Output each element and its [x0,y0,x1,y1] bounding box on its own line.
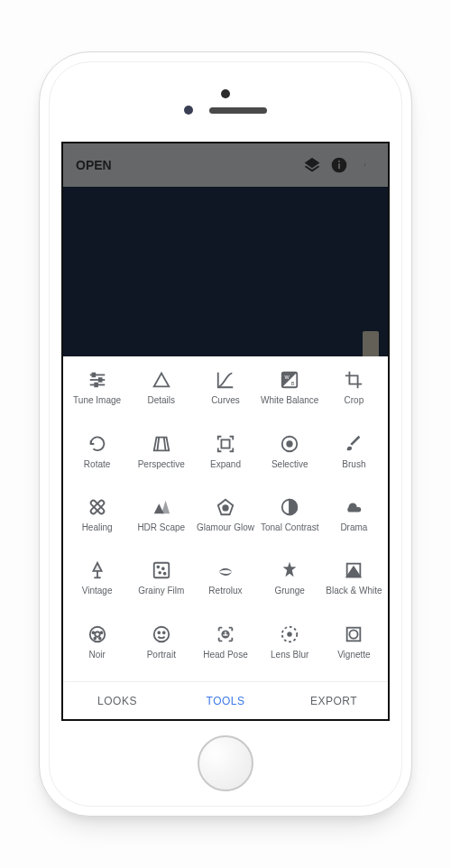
tab-export[interactable]: EXPORT [280,695,388,707]
tool-bw[interactable]: Black & White [322,552,386,615]
svg-rect-11 [95,383,97,387]
tool-hdr[interactable]: HDR Scape [129,489,193,552]
tool-label: Vignette [337,650,371,671]
grunge-icon [280,560,299,580]
svg-marker-12 [154,374,170,387]
tool-label: White Balance [261,395,318,417]
svg-rect-2 [338,161,340,162]
layers-icon[interactable] [303,156,321,174]
svg-line-18 [157,437,159,450]
healing-icon [87,497,107,517]
tool-healing[interactable]: Healing [65,489,129,552]
tool-label: Black & White [326,586,382,607]
svg-marker-26 [161,501,170,514]
rotate-icon [87,434,107,454]
tool-headpose[interactable]: Head Pose [193,616,257,679]
device-screen: OPEN Tune ImageDetailsCurvesWBWhite Bala… [61,142,390,721]
tool-glow[interactable]: Glamour Glow [193,489,257,552]
photo-canvas[interactable] [63,187,388,356]
tune-icon [87,370,107,390]
tool-portrait[interactable]: Portrait [129,616,193,679]
svg-point-48 [224,633,225,633]
retrolux-icon [216,560,235,580]
tool-label: Vintage [82,586,113,607]
expand-icon [216,434,235,454]
svg-marker-17 [154,437,170,450]
svg-point-4 [364,164,365,165]
tool-label: Details [148,395,176,417]
tonal-icon [280,497,299,517]
info-icon[interactable] [330,156,348,174]
tool-label: Glamour Glow [197,522,254,544]
svg-rect-9 [92,374,95,377]
tools-grid: Tune ImageDetailsCurvesWBWhite BalanceCr… [63,356,388,681]
tool-label: Noir [88,650,105,671]
tool-curves[interactable]: Curves [193,362,257,425]
svg-marker-37 [347,568,361,577]
svg-point-32 [157,567,159,568]
svg-point-35 [164,573,166,575]
tool-brush[interactable]: Brush [322,425,386,488]
earpiece-speaker [209,107,267,114]
tool-noir[interactable]: Noir [65,616,129,679]
svg-point-43 [98,637,100,639]
phone-inner: OPEN Tune ImageDetailsCurvesWBWhite Bala… [49,61,402,807]
tool-grainy[interactable]: Grainy Film [129,552,193,615]
tool-details[interactable]: Details [129,362,193,425]
tool-tune[interactable]: Tune Image [65,362,129,425]
svg-point-46 [163,632,165,633]
svg-point-45 [158,632,160,633]
open-button[interactable]: OPEN [76,158,112,172]
tool-grunge[interactable]: Grunge [258,552,322,615]
svg-point-40 [92,632,94,633]
tool-label: Grunge [275,586,305,607]
svg-point-51 [288,633,291,636]
tool-vintage[interactable]: Vintage [65,552,129,615]
tool-expand[interactable]: Expand [193,425,257,488]
home-button[interactable] [198,735,253,791]
bottom-tabs: LOOKS TOOLS EXPORT [63,681,388,719]
tab-tools[interactable]: TOOLS [171,695,280,707]
svg-rect-10 [98,378,101,382]
noir-icon [87,624,107,644]
tool-label: Head Pose [203,650,247,671]
tool-label: Retrolux [208,586,242,607]
phone-frame: OPEN Tune ImageDetailsCurvesWBWhite Bala… [39,51,412,817]
tool-crop[interactable]: Crop [322,362,386,425]
svg-point-39 [95,632,100,637]
tool-label: Lens Blur [271,650,308,671]
hdr-icon [152,497,171,517]
tab-looks[interactable]: LOOKS [63,695,171,707]
tool-rotate[interactable]: Rotate [65,425,129,488]
tool-tonal[interactable]: Tonal Contrast [258,489,322,552]
tool-label: Healing [82,522,113,544]
tool-whitebalance[interactable]: WBWhite Balance [258,362,322,425]
tool-label: Perspective [138,459,185,481]
tool-drama[interactable]: Drama [322,489,386,552]
tool-retrolux[interactable]: Retrolux [193,552,257,615]
svg-point-5 [364,165,365,166]
tool-lensblur[interactable]: Lens Blur [258,616,322,679]
details-icon [152,370,171,390]
tool-selective[interactable]: Selective [258,425,322,488]
tool-label: Curves [211,395,240,417]
svg-point-3 [364,163,365,164]
crop-icon [344,370,364,390]
tool-vignette[interactable]: Vignette [322,616,386,679]
svg-point-22 [287,441,292,447]
phone-top [184,62,267,142]
svg-rect-31 [154,563,170,578]
drama-icon [344,497,364,517]
tools-sheet: Tune ImageDetailsCurvesWBWhite BalanceCr… [63,356,388,719]
tool-perspective[interactable]: Perspective [129,425,193,488]
vignette-icon [344,624,364,644]
svg-text:B: B [291,382,295,387]
headpose-icon [216,624,235,644]
svg-point-41 [100,632,102,633]
svg-point-42 [94,637,96,639]
vintage-icon [87,560,107,580]
brush-icon [344,434,364,454]
bw-icon [344,560,364,580]
svg-point-34 [159,572,161,574]
more-icon[interactable] [357,156,375,174]
